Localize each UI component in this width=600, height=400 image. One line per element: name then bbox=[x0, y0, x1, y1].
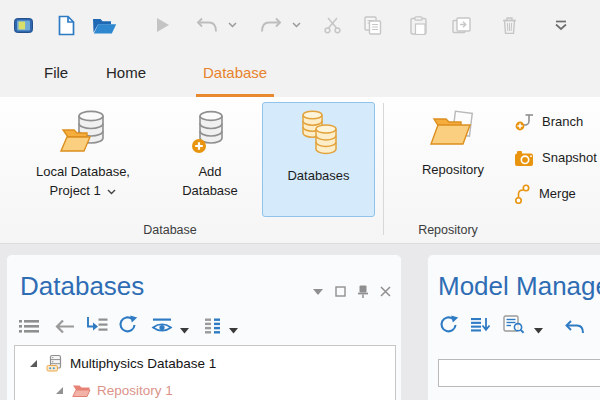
columns-button[interactable] bbox=[204, 318, 221, 334]
refresh-button[interactable] bbox=[118, 315, 138, 334]
snapshot-button[interactable]: Snapshot bbox=[514, 145, 597, 171]
delete-icon bbox=[502, 16, 517, 34]
undo-dropdown-button[interactable] bbox=[228, 0, 237, 50]
chevron-down-icon bbox=[292, 22, 301, 28]
duplicate-button[interactable] bbox=[452, 0, 471, 50]
cut-button[interactable] bbox=[324, 0, 341, 50]
sort-list-icon bbox=[471, 317, 491, 334]
databases-tree: Multiphysics Database 1 Repository 1 bbox=[14, 345, 396, 400]
tree-row-repository[interactable]: Repository 1 bbox=[55, 379, 173, 400]
repository-label: Repository bbox=[422, 161, 484, 180]
undo-icon bbox=[196, 17, 218, 33]
pin-icon bbox=[358, 285, 368, 298]
run-icon bbox=[156, 17, 170, 33]
go-to-node-icon bbox=[85, 317, 108, 334]
local-database-label-line1: Local Database, bbox=[36, 163, 130, 182]
show-hide-dropdown-button[interactable] bbox=[180, 328, 189, 334]
repository-group-label: Repository bbox=[383, 223, 513, 237]
databases-button[interactable]: Databases bbox=[262, 102, 375, 217]
panel-pin-button[interactable] bbox=[358, 285, 368, 298]
copy-button[interactable] bbox=[364, 0, 382, 50]
eye-icon bbox=[151, 318, 173, 334]
go-to-node-button[interactable] bbox=[85, 317, 108, 334]
triangle-down-icon bbox=[534, 328, 543, 334]
databases-panel-toolbar bbox=[19, 315, 238, 334]
add-database-icon bbox=[191, 109, 229, 161]
sort-list-button[interactable] bbox=[471, 317, 491, 334]
ribbon: Local Database, Project 1 Add Database bbox=[0, 97, 600, 244]
list-view-button[interactable] bbox=[19, 319, 39, 334]
ribbon-tab-bar: File Home Database bbox=[0, 50, 600, 97]
app-logo-button[interactable] bbox=[14, 0, 33, 50]
model-manager-panel: Model Manager bbox=[427, 254, 600, 400]
new-file-button[interactable] bbox=[58, 0, 75, 50]
databases-label: Databases bbox=[287, 167, 349, 186]
local-database-icon bbox=[60, 109, 106, 161]
expander-expanded-icon[interactable] bbox=[55, 386, 64, 395]
add-database-label-line1: Add bbox=[182, 163, 238, 182]
columns-dropdown-button[interactable] bbox=[229, 328, 238, 334]
local-database-button[interactable]: Local Database, Project 1 bbox=[8, 102, 158, 216]
triangle-down-icon bbox=[180, 328, 189, 334]
columns-icon bbox=[204, 318, 221, 334]
refresh-button[interactable] bbox=[439, 315, 459, 334]
snapshot-icon bbox=[514, 150, 534, 167]
expander-expanded-icon[interactable] bbox=[29, 359, 38, 368]
paste-icon bbox=[410, 16, 427, 35]
model-manager-panel-title: Model Manager bbox=[438, 271, 600, 302]
redo-dropdown-button[interactable] bbox=[292, 0, 301, 50]
preview-dropdown-button[interactable] bbox=[534, 328, 543, 334]
database-node-icon bbox=[46, 354, 64, 372]
tree-row-multiphysics-database[interactable]: Multiphysics Database 1 bbox=[29, 352, 216, 374]
duplicate-icon bbox=[452, 17, 471, 34]
close-icon bbox=[380, 286, 391, 297]
tab-file[interactable]: File bbox=[44, 50, 68, 94]
undo-icon bbox=[565, 320, 585, 334]
paste-button[interactable] bbox=[410, 0, 427, 50]
model-manager-search-input[interactable] bbox=[438, 359, 600, 387]
branch-icon bbox=[514, 112, 534, 132]
redo-button[interactable] bbox=[260, 0, 282, 50]
show-hide-button[interactable] bbox=[151, 318, 173, 334]
quick-access-toolbar bbox=[0, 0, 600, 50]
open-file-button[interactable] bbox=[92, 0, 117, 50]
databases-panel-title: Databases bbox=[20, 271, 144, 302]
redo-icon bbox=[260, 17, 282, 33]
branch-button[interactable]: Branch bbox=[514, 109, 583, 135]
delete-button[interactable] bbox=[502, 0, 517, 50]
merge-button[interactable]: Merge bbox=[514, 181, 576, 207]
new-file-icon bbox=[58, 15, 75, 36]
preview-search-button[interactable] bbox=[503, 315, 525, 334]
chevron-down-icon bbox=[107, 189, 116, 195]
merge-icon bbox=[514, 184, 531, 204]
tree-node-label: Repository 1 bbox=[97, 383, 173, 398]
undo-button[interactable] bbox=[196, 0, 218, 50]
panel-close-button[interactable] bbox=[380, 286, 391, 297]
cut-icon bbox=[324, 17, 341, 34]
triangle-down-icon bbox=[313, 289, 323, 295]
tab-home[interactable]: Home bbox=[106, 50, 146, 94]
copy-icon bbox=[364, 16, 382, 35]
tab-database[interactable]: Database bbox=[196, 50, 274, 97]
list-view-icon bbox=[19, 319, 39, 334]
repository-button[interactable]: Repository bbox=[396, 102, 510, 216]
refresh-icon bbox=[118, 315, 138, 334]
back-button[interactable] bbox=[55, 319, 75, 334]
collapse-chevron-icon bbox=[554, 20, 568, 31]
merge-label: Merge bbox=[539, 185, 576, 204]
app-logo-icon bbox=[14, 18, 33, 33]
panel-float-button[interactable] bbox=[335, 286, 346, 297]
databases-icon bbox=[294, 109, 344, 165]
float-window-icon bbox=[335, 286, 346, 297]
open-file-icon bbox=[92, 17, 117, 34]
panel-menu-button[interactable] bbox=[313, 289, 323, 295]
add-database-button[interactable]: Add Database bbox=[158, 102, 262, 216]
model-manager-toolbar bbox=[439, 315, 585, 334]
collapse-toolbar-button[interactable] bbox=[554, 0, 568, 50]
ribbon-group-divider bbox=[383, 103, 384, 235]
repository-icon bbox=[429, 109, 477, 159]
databases-panel: Databases bbox=[6, 254, 402, 400]
undo-button[interactable] bbox=[565, 320, 585, 334]
run-button[interactable] bbox=[156, 0, 170, 50]
refresh-icon bbox=[439, 315, 459, 334]
